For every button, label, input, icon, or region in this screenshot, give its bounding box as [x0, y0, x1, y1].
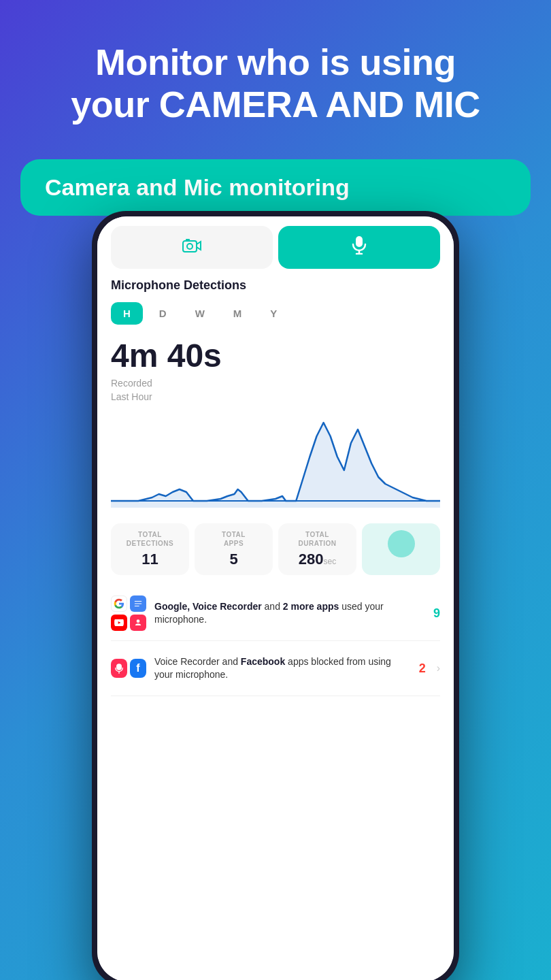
subtitle-banner: Camera and Mic monitoring	[20, 159, 531, 216]
app-text-1: Google, Voice Recorder and 2 more apps u…	[154, 600, 425, 627]
svg-rect-3	[356, 236, 363, 247]
period-tab-y[interactable]: Y	[258, 302, 289, 325]
list-item[interactable]: f Voice Recorder and Facebook apps block…	[111, 641, 440, 696]
bars-icon	[130, 595, 146, 612]
svg-marker-7	[111, 423, 440, 508]
subtitle-text: Camera and Mic monitoring	[45, 174, 506, 201]
google-icon	[111, 595, 127, 612]
duration-stat-value: 280sec	[286, 551, 348, 568]
camera-icon	[182, 237, 201, 258]
podcast-icon	[130, 615, 146, 631]
svg-rect-9	[135, 604, 142, 604]
period-tab-w[interactable]: W	[183, 302, 217, 325]
svg-point-1	[187, 244, 193, 249]
svg-rect-8	[135, 601, 142, 602]
detections-label: TOTALDETECTIONS	[119, 530, 181, 548]
duration-stat-label: TOTALDURATION	[286, 530, 348, 548]
svg-rect-0	[183, 241, 197, 252]
title-line1: Monitor who is using	[95, 42, 456, 82]
app-count-1: 9	[433, 606, 440, 621]
stat-card-extra	[362, 523, 440, 575]
facebook-icon: f	[130, 659, 146, 678]
app-list: Google, Voice Recorder and 2 more apps u…	[111, 586, 440, 696]
period-tabs: H D W M Y	[111, 302, 440, 325]
app-icons-grid	[111, 595, 146, 631]
period-tab-h[interactable]: H	[111, 302, 143, 325]
phone-container: Microphone Detections H D W M Y 4m 40s R…	[92, 211, 459, 980]
stat-card-detections: TOTALDETECTIONS 11	[111, 523, 189, 575]
duration-label: Recorded Last Hour	[111, 377, 440, 404]
main-title: Monitor who is using your CAMERA AND MIC	[27, 41, 524, 125]
app-text-2: Voice Recorder and Facebook apps blocked…	[154, 655, 411, 682]
phone-screen: Microphone Detections H D W M Y 4m 40s R…	[97, 216, 454, 980]
youtube-icon	[111, 615, 127, 631]
stats-row: TOTALDETECTIONS 11 TOTALAPPS 5 TOTALDURA…	[111, 523, 440, 575]
detections-value: 11	[119, 551, 181, 568]
period-tab-m[interactable]: M	[221, 302, 254, 325]
period-tab-d[interactable]: D	[147, 302, 179, 325]
svg-rect-12	[116, 664, 122, 670]
app-count-2: 2	[419, 662, 426, 676]
title-line2: your CAMERA AND MIC	[71, 84, 480, 125]
svg-rect-10	[135, 606, 139, 606]
voice-rec-icon	[111, 659, 127, 678]
svg-rect-2	[186, 239, 190, 242]
camera-tab[interactable]	[111, 226, 273, 269]
content-area: Microphone Detections H D W M Y 4m 40s R…	[97, 278, 454, 980]
svg-point-11	[137, 620, 140, 623]
stat-card-duration: TOTALDURATION 280sec	[278, 523, 356, 575]
stat-card-apps: TOTALAPPS 5	[195, 523, 273, 575]
chevron-right-icon: ›	[437, 662, 440, 674]
mic-icon	[352, 235, 367, 259]
chart-container	[111, 416, 440, 511]
phone-frame: Microphone Detections H D W M Y 4m 40s R…	[92, 211, 459, 980]
tab-bar	[97, 216, 454, 278]
duration-display: 4m 40s	[111, 337, 440, 374]
apps-value: 5	[203, 551, 265, 568]
section-title: Microphone Detections	[111, 278, 440, 293]
app-icons-grid-2: f	[111, 651, 146, 686]
mic-tab[interactable]	[278, 226, 440, 269]
apps-label: TOTALAPPS	[203, 530, 265, 548]
list-item[interactable]: Google, Voice Recorder and 2 more apps u…	[111, 586, 440, 641]
top-section: Monitor who is using your CAMERA AND MIC	[0, 0, 551, 146]
